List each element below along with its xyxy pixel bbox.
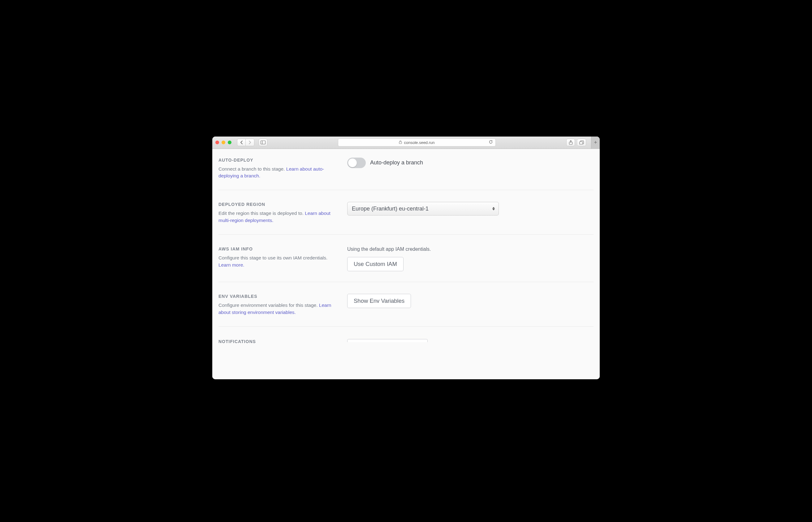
region-title: DEPLOYED REGION: [218, 202, 339, 207]
minimize-window-button[interactable]: [222, 141, 225, 144]
svg-rect-5: [580, 141, 583, 144]
use-custom-iam-button[interactable]: Use Custom IAM: [347, 257, 403, 271]
fullscreen-window-button[interactable]: [228, 141, 231, 144]
reload-button[interactable]: [488, 140, 493, 145]
back-button[interactable]: [237, 139, 246, 146]
toggle-knob: [348, 159, 357, 167]
section-notifications: NOTIFICATIONS: [218, 327, 594, 344]
section-aws-iam: AWS IAM INFO Configure this stage to use…: [218, 235, 594, 282]
share-button[interactable]: [566, 139, 575, 146]
reload-icon: [488, 140, 493, 144]
plus-icon: +: [594, 139, 597, 146]
region-description: Edit the region this stage is deployed t…: [218, 210, 339, 224]
section-auto-deploy: AUTO-DEPLOY Connect a branch to this sta…: [218, 149, 594, 190]
iam-title: AWS IAM INFO: [218, 246, 339, 252]
notifications-button-partial[interactable]: [347, 339, 428, 342]
address-bar-url: console.seed.run: [404, 140, 435, 145]
auto-deploy-description: Connect a branch to this stage. Learn ab…: [218, 166, 339, 180]
env-title: ENV VARIABLES: [218, 294, 339, 299]
tabs-button[interactable]: [578, 139, 586, 146]
select-caret-icon: [492, 207, 495, 210]
forward-button[interactable]: [246, 139, 254, 146]
iam-learn-link[interactable]: Learn more.: [218, 262, 245, 267]
chevron-left-icon: [240, 141, 243, 144]
sidebar-icon: [261, 141, 266, 144]
page-content: AUTO-DEPLOY Connect a branch to this sta…: [212, 149, 600, 379]
chevron-right-icon: [249, 141, 251, 144]
svg-rect-2: [399, 142, 402, 144]
auto-deploy-title: AUTO-DEPLOY: [218, 158, 339, 163]
browser-window: console.seed.run +: [212, 137, 600, 379]
section-deployed-region: DEPLOYED REGION Edit the region this sta…: [218, 190, 594, 235]
address-bar[interactable]: console.seed.run: [338, 138, 496, 146]
auto-deploy-toggle-label: Auto-deploy a branch: [370, 159, 423, 166]
close-window-button[interactable]: [215, 141, 219, 144]
browser-toolbar: console.seed.run +: [212, 137, 600, 149]
nav-buttons: [237, 139, 254, 146]
show-env-variables-button[interactable]: Show Env Variables: [347, 294, 411, 308]
share-icon: [569, 140, 573, 145]
svg-rect-0: [261, 141, 266, 144]
region-select-value: Europe (Frankfurt) eu-central-1: [352, 206, 429, 212]
iam-description: Configure this stage to use its own IAM …: [218, 255, 339, 268]
sidebar-toggle-button[interactable]: [259, 139, 267, 146]
iam-status-text: Using the default app IAM credentials.: [347, 246, 594, 252]
new-tab-button[interactable]: +: [591, 137, 600, 148]
notifications-title: NOTIFICATIONS: [218, 339, 339, 344]
auto-deploy-toggle[interactable]: [347, 158, 366, 168]
region-select[interactable]: Europe (Frankfurt) eu-central-1: [347, 202, 499, 216]
lock-icon: [399, 140, 402, 145]
tabs-icon: [579, 141, 584, 145]
env-description: Configure environment variables for this…: [218, 302, 339, 316]
section-env-variables: ENV VARIABLES Configure environment vari…: [218, 282, 594, 327]
window-controls: [215, 141, 231, 144]
